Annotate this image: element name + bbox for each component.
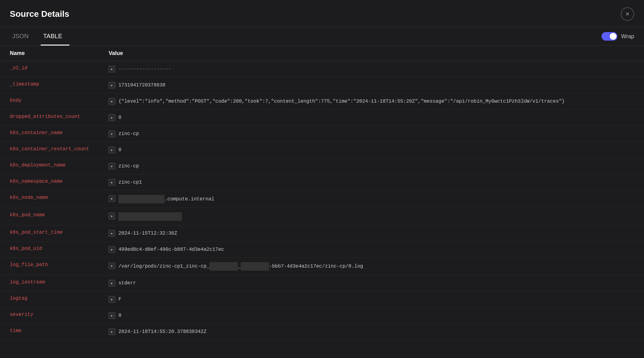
row-value-cell: ▸2024-11-15T12:32:36Z <box>99 225 644 242</box>
row-value-cell: ▸499ed8c4-d0ef-496c-b887-4d3e4a2c17ec <box>99 242 644 258</box>
tabs-row: JSON TABLE Wrap <box>0 27 644 46</box>
table-row: k8s_container_restart_count▸0 <box>0 142 644 158</box>
value-text: ██████████████.compute.internal <box>118 195 634 203</box>
wrap-toggle-switch[interactable] <box>601 32 617 41</box>
value-text: 2024-11-15T12:32:36Z <box>118 230 634 237</box>
table-row: log_iostream▸stderr <box>0 275 644 291</box>
table-row: k8s_deployment_name▸zinc-cp <box>0 158 644 174</box>
col-value: Value <box>99 46 644 61</box>
table-row: k8s_pod_name▸████████████████████ <box>0 208 644 225</box>
table-row: k8s_node_name▸██████████████.compute.int… <box>0 191 644 208</box>
table-row: log_file_path▸/var/log/pods/zinc-cp1_zin… <box>0 258 644 275</box>
table-row: time▸2024-11-18T14:55:20.378838342Z <box>0 324 644 340</box>
row-name: log_file_path <box>0 258 99 275</box>
expand-button[interactable]: ▸ <box>109 312 115 319</box>
table-row: _timestamp▸1731941720378838 <box>0 77 644 93</box>
expand-button[interactable]: ▸ <box>109 262 115 269</box>
table-row: k8s_namespace_name▸zinc-cp1 <box>0 174 644 191</box>
value-text: F <box>118 296 634 303</box>
row-value-cell: ▸/var/log/pods/zinc-cp1_zinc-cp_████████… <box>99 258 644 275</box>
row-value-cell: ▸{"level":"info","method":"POST","code":… <box>99 93 644 110</box>
row-name: k8s_node_name <box>0 191 99 208</box>
modal-header: Source Details × <box>0 0 644 27</box>
value-text: 1731941720378838 <box>118 82 634 89</box>
value-text: ████████████████████ <box>118 212 634 221</box>
row-name: _o2_id <box>0 61 99 77</box>
row-value-cell: ▸stderr <box>99 275 644 291</box>
expand-button[interactable]: ▸ <box>109 82 115 89</box>
table-row: k8s_container_name▸zinc-cp <box>0 126 644 142</box>
toggle-knob <box>610 33 616 40</box>
value-text: zinc-cp1 <box>118 179 634 186</box>
row-name: k8s_container_restart_count <box>0 142 99 158</box>
value-text: zinc-cp <box>118 163 634 170</box>
expand-button[interactable]: ▸ <box>109 163 115 170</box>
row-value-cell: ▸0 <box>99 308 644 324</box>
row-value-cell: ▸zinc-cp <box>99 158 644 174</box>
expand-button[interactable]: ▸ <box>109 328 115 335</box>
col-name: Name <box>0 46 99 61</box>
table-container: Name Value _o2_id▸------------------_tim… <box>0 46 644 358</box>
table-row: body▸{"level":"info","method":"POST","co… <box>0 93 644 110</box>
row-value-cell: ▸F <box>99 291 644 308</box>
row-name: severity <box>0 308 99 324</box>
expand-button[interactable]: ▸ <box>109 130 115 137</box>
table-row: k8s_pod_uid▸499ed8c4-d0ef-496c-b887-4d3e… <box>0 242 644 258</box>
value-text: 2024-11-18T14:55:20.378838342Z <box>118 328 634 335</box>
row-name: dropped_attributes_count <box>0 110 99 126</box>
expand-button[interactable]: ▸ <box>109 280 115 287</box>
value-text: zinc-cp <box>118 130 634 137</box>
row-value-cell: ▸████████████████████ <box>99 208 644 225</box>
table-row: dropped_attributes_count▸0 <box>0 110 644 126</box>
modal-title: Source Details <box>10 9 69 19</box>
value-text: ------------------ <box>118 65 634 73</box>
expand-button[interactable]: ▸ <box>109 114 115 121</box>
expand-button[interactable]: ▸ <box>109 296 115 303</box>
table-header-row: Name Value <box>0 46 644 61</box>
value-text: /var/log/pods/zinc-cp1_zinc-cp_████████_… <box>118 262 634 271</box>
row-name: k8s_pod_name <box>0 208 99 225</box>
row-value-cell: ▸0 <box>99 142 644 158</box>
value-text: 0 <box>118 146 634 154</box>
row-value-cell: ▸2024-11-18T14:55:20.378838342Z <box>99 324 644 340</box>
value-text: 0 <box>118 312 634 319</box>
value-text: 0 <box>118 114 634 121</box>
tab-json[interactable]: JSON <box>10 27 36 46</box>
table-row: _o2_id▸------------------ <box>0 61 644 77</box>
close-button[interactable]: × <box>621 7 634 21</box>
row-name: time <box>0 324 99 340</box>
row-name: body <box>0 93 99 110</box>
row-name: k8s_pod_uid <box>0 242 99 258</box>
value-text: 499ed8c4-d0ef-496c-b887-4d3e4a2c17ec <box>118 246 634 253</box>
table-body: _o2_id▸------------------_timestamp▸1731… <box>0 61 644 340</box>
row-value-cell: ▸zinc-cp <box>99 126 644 142</box>
row-name: log_iostream <box>0 275 99 291</box>
tab-table[interactable]: TABLE <box>41 27 69 46</box>
row-value-cell: ▸zinc-cp1 <box>99 174 644 191</box>
table-row: k8s_pod_start_time▸2024-11-15T12:32:36Z <box>0 225 644 242</box>
expand-button[interactable]: ▸ <box>109 230 115 237</box>
data-table: Name Value _o2_id▸------------------_tim… <box>0 46 644 340</box>
row-value-cell: ▸1731941720378838 <box>99 77 644 93</box>
row-value-cell: ▸0 <box>99 110 644 126</box>
expand-button[interactable]: ▸ <box>109 213 115 219</box>
tabs-container: JSON TABLE <box>10 27 74 46</box>
row-name: logtag <box>0 291 99 308</box>
expand-button[interactable]: ▸ <box>109 98 115 105</box>
row-name: k8s_container_name <box>0 126 99 142</box>
table-row: logtag▸F <box>0 291 644 308</box>
row-value-cell: ▸██████████████.compute.internal <box>99 191 644 208</box>
expand-button[interactable]: ▸ <box>109 147 115 153</box>
row-name: k8s_namespace_name <box>0 174 99 191</box>
wrap-toggle-container: Wrap <box>601 32 634 41</box>
row-name: k8s_pod_start_time <box>0 225 99 242</box>
row-name: k8s_deployment_name <box>0 158 99 174</box>
expand-button[interactable]: ▸ <box>109 246 115 253</box>
table-row: severity▸0 <box>0 308 644 324</box>
expand-button[interactable]: ▸ <box>109 195 115 202</box>
wrap-label: Wrap <box>621 33 634 40</box>
expand-button[interactable]: ▸ <box>109 179 115 186</box>
value-text: {"level":"info","method":"POST","code":2… <box>118 98 634 105</box>
row-value-cell: ▸------------------ <box>99 61 644 77</box>
expand-button[interactable]: ▸ <box>109 66 115 72</box>
